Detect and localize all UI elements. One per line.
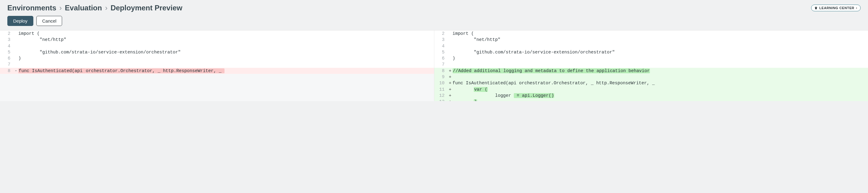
chevron-right-icon: › bbox=[59, 4, 62, 12]
code-content: func IsAuthenticated(api orchestrator.Or… bbox=[453, 80, 868, 86]
deploy-button[interactable]: Deploy bbox=[7, 16, 33, 26]
code-line bbox=[0, 74, 434, 80]
diff-marker bbox=[448, 49, 453, 55]
code-content bbox=[18, 62, 434, 68]
code-line: 5 "github.com/strata-io/service-extensio… bbox=[434, 49, 868, 55]
diff-marker bbox=[448, 43, 453, 49]
learning-center-button[interactable]: ♛ LEARNING CENTER › bbox=[811, 5, 861, 11]
code-content bbox=[453, 62, 868, 68]
code-line: 2import ( bbox=[0, 31, 434, 37]
line-number: 10 bbox=[434, 80, 448, 86]
code-content: import ( bbox=[18, 31, 434, 37]
line-number: 7 bbox=[0, 62, 13, 68]
code-line: 6) bbox=[434, 55, 868, 62]
code-line: 4 bbox=[434, 43, 868, 49]
code-line: 7 bbox=[0, 62, 434, 68]
diff-marker bbox=[13, 86, 18, 92]
line-number: 5 bbox=[434, 49, 448, 55]
code-line: 8-func IsAuthenticated(api orchestrator.… bbox=[0, 68, 434, 74]
diff-marker bbox=[13, 31, 18, 37]
code-content bbox=[453, 43, 868, 49]
code-line: 11+ var ( bbox=[434, 86, 868, 92]
learning-center-label: LEARNING CENTER bbox=[819, 6, 855, 10]
diff-marker bbox=[13, 92, 18, 98]
line-number: 8 bbox=[434, 68, 448, 74]
code-line: 6) bbox=[0, 55, 434, 62]
code-line: 9+ bbox=[434, 74, 868, 80]
diff-viewer: 2import (3 "net/http"45 "github.com/stra… bbox=[0, 30, 868, 101]
lightbulb-icon: ♛ bbox=[814, 6, 818, 10]
diff-marker bbox=[448, 31, 453, 37]
cancel-button[interactable]: Cancel bbox=[36, 16, 62, 26]
code-line: 3 "net/http" bbox=[0, 37, 434, 43]
code-line bbox=[0, 80, 434, 86]
code-line bbox=[0, 92, 434, 98]
diff-pane-modified[interactable]: 2import (3 "net/http"45 "github.com/stra… bbox=[434, 31, 868, 101]
code-line: 13+ ) bbox=[434, 99, 868, 101]
line-number bbox=[0, 98, 13, 101]
code-line: 5 "github.com/strata-io/service-extensio… bbox=[0, 49, 434, 55]
code-content: ) bbox=[453, 99, 868, 101]
line-number: 6 bbox=[0, 55, 13, 62]
code-line: 4 bbox=[0, 43, 434, 49]
diff-marker: + bbox=[448, 80, 453, 86]
code-content: "net/http" bbox=[18, 37, 434, 43]
diff-marker bbox=[13, 74, 18, 80]
code-line: 7 bbox=[434, 62, 868, 68]
diff-pane-original[interactable]: 2import (3 "net/http"45 "github.com/stra… bbox=[0, 31, 434, 101]
code-line bbox=[0, 86, 434, 92]
code-content: ) bbox=[453, 55, 868, 62]
code-content bbox=[18, 80, 434, 86]
line-number: 11 bbox=[434, 86, 448, 92]
line-number bbox=[0, 80, 13, 86]
diff-marker: + bbox=[448, 86, 453, 92]
line-number bbox=[0, 92, 13, 98]
chevron-right-icon: › bbox=[105, 4, 107, 12]
code-content bbox=[453, 74, 868, 80]
code-content: func IsAuthenticated(api orchestrator.Or… bbox=[18, 68, 434, 74]
code-content: logger = api.Logger() bbox=[453, 92, 868, 99]
code-content: "github.com/strata-io/service-extension/… bbox=[453, 49, 868, 55]
diff-marker bbox=[448, 55, 453, 62]
diff-marker: + bbox=[448, 74, 453, 80]
code-line: 2import ( bbox=[434, 31, 868, 37]
breadcrumb-item-environments[interactable]: Environments bbox=[7, 4, 56, 12]
line-number: 8 bbox=[0, 68, 13, 74]
line-number: 4 bbox=[0, 43, 13, 49]
chevron-right-icon: › bbox=[856, 6, 857, 10]
breadcrumb: Environments › Evaluation › Deployment P… bbox=[7, 4, 182, 12]
code-line: 12+ logger = api.Logger() bbox=[434, 92, 868, 99]
line-number bbox=[0, 86, 13, 92]
line-number: 3 bbox=[0, 37, 13, 43]
line-number: 3 bbox=[434, 37, 448, 43]
line-number: 13 bbox=[434, 99, 448, 101]
diff-marker: - bbox=[13, 68, 18, 74]
line-number: 9 bbox=[434, 74, 448, 80]
code-line bbox=[0, 98, 434, 101]
diff-marker bbox=[448, 62, 453, 68]
code-line: 10+func IsAuthenticated(api orchestrator… bbox=[434, 80, 868, 86]
code-line: 3 "net/http" bbox=[434, 37, 868, 43]
line-number bbox=[0, 74, 13, 80]
line-number: 2 bbox=[434, 31, 448, 37]
breadcrumb-item-evaluation[interactable]: Evaluation bbox=[65, 4, 102, 12]
code-content bbox=[18, 43, 434, 49]
code-content: "github.com/strata-io/service-extension/… bbox=[18, 49, 434, 55]
code-content bbox=[18, 98, 434, 101]
code-content: "net/http" bbox=[453, 37, 868, 43]
line-number: 6 bbox=[434, 55, 448, 62]
line-number: 12 bbox=[434, 92, 448, 99]
diff-marker bbox=[13, 80, 18, 86]
code-content: import ( bbox=[453, 31, 868, 37]
diff-marker bbox=[13, 62, 18, 68]
diff-marker: + bbox=[448, 99, 453, 101]
diff-marker bbox=[13, 43, 18, 49]
code-content bbox=[18, 92, 434, 98]
line-number: 2 bbox=[0, 31, 13, 37]
diff-marker bbox=[13, 37, 18, 43]
diff-marker bbox=[448, 37, 453, 43]
code-content: var ( bbox=[453, 86, 868, 92]
code-content bbox=[18, 74, 434, 80]
diff-marker: + bbox=[448, 68, 453, 74]
code-content: ) bbox=[18, 55, 434, 62]
